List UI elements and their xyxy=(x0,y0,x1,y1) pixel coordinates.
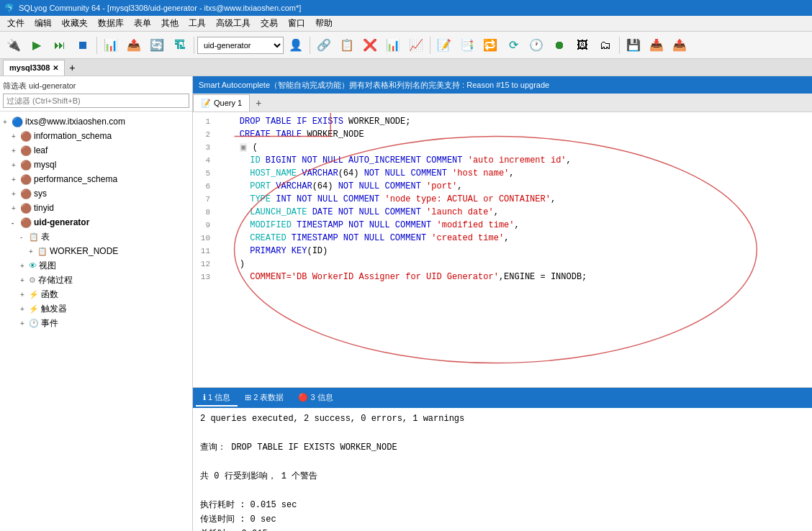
smart-banner-text: Smart Autocomplete（智能自动完成功能）拥有对表格和列别名的完美… xyxy=(199,80,549,91)
code-editor[interactable]: 1 DROP TABLE IF EXISTS WORKER_NODE; 2 CR… xyxy=(193,112,812,387)
tree-label-functions: 函数 xyxy=(41,289,58,301)
query-tab-label: Query 1 xyxy=(214,99,242,107)
refresh-btn[interactable]: 🔄 xyxy=(146,35,168,56)
tree-item-worker-node[interactable]: + 📋 WORKER_NODE xyxy=(0,244,192,258)
data-btn2[interactable]: 📥 xyxy=(646,35,667,56)
tree-item-uid-generator[interactable]: - 🟤 uid-generator xyxy=(0,215,192,230)
table-btn2[interactable]: 📋 xyxy=(336,35,358,56)
schema-btn7[interactable]: 🖼 xyxy=(572,35,593,56)
code-line-1: 1 DROP TABLE IF EXISTS WORKER_NODE; xyxy=(193,115,812,128)
menu-file[interactable]: 文件 xyxy=(3,16,29,31)
tree-item-leaf[interactable]: + 🟤 leaf xyxy=(0,143,192,158)
db-tab-mysql3308[interactable]: mysql3308 ✕ xyxy=(3,60,65,76)
expand-icon-perf: + xyxy=(12,176,20,183)
schema-btn5[interactable]: 🕐 xyxy=(525,35,547,56)
tree-label-root: itxs@www.itxiaoshen.com xyxy=(25,117,125,127)
execute-all-btn[interactable]: ⏭ xyxy=(49,35,71,56)
code-line-3: 3 ▣ ( xyxy=(193,141,812,154)
export-btn[interactable]: 📤 xyxy=(123,35,145,56)
sidebar: 筛选表 uid-generator + 🔵 itxs@www.itxiaoshe… xyxy=(0,76,193,531)
import-btn[interactable]: 📊 xyxy=(100,35,122,56)
sidebar-filter-input[interactable] xyxy=(3,94,189,108)
db-tab-bar: mysql3308 ✕ + xyxy=(0,59,812,76)
menu-table[interactable]: 表单 xyxy=(130,16,155,31)
tree-item-procedures[interactable]: + ⚙ 存储过程 xyxy=(0,273,192,287)
result-summary: 2 queries executed, 2 success, 0 errors,… xyxy=(200,412,805,425)
result-tab-info3[interactable]: 🔴 3 信息 xyxy=(291,390,340,407)
db-icon-info: 🟤 xyxy=(20,131,32,142)
schema-btn3[interactable]: 🔁 xyxy=(479,35,501,56)
query-tab-add[interactable]: + xyxy=(250,96,267,110)
menu-edit[interactable]: 编辑 xyxy=(30,16,56,31)
expand-icon-views: + xyxy=(20,262,29,270)
query-tab-1[interactable]: 📝 Query 1 xyxy=(193,94,250,112)
tree-label-procedures: 存储过程 xyxy=(38,274,73,286)
tree-label-tinyid: tinyid xyxy=(34,203,54,213)
result-tabs: ℹ 1 信息 ⊞ 2 表数据 🔴 3 信息 xyxy=(193,388,812,408)
structure-btn[interactable]: 🏗 xyxy=(169,35,191,56)
tree-item-events[interactable]: + 🕐 事件 xyxy=(0,316,192,330)
menu-tools[interactable]: 工具 xyxy=(184,16,210,31)
expand-icon-leaf: + xyxy=(12,147,20,155)
data-btn3[interactable]: 📤 xyxy=(669,35,690,56)
tree-item-tables[interactable]: - 📋 表 xyxy=(0,230,192,244)
tree-item-triggers[interactable]: + ⚡ 触发器 xyxy=(0,301,192,316)
menu-favorites[interactable]: 收藏夹 xyxy=(58,16,92,31)
result-tab-info1[interactable]: ℹ 1 信息 xyxy=(196,390,238,407)
menu-advanced-tools[interactable]: 高级工具 xyxy=(212,16,255,31)
result-tab-tabledata[interactable]: ⊞ 2 表数据 xyxy=(238,390,291,407)
table-btn1[interactable]: 🔗 xyxy=(313,35,335,56)
tree-item-views[interactable]: + 👁 视图 xyxy=(0,258,192,273)
expand-icon-events: + xyxy=(20,319,29,327)
menu-bar: 文件 编辑 收藏夹 数据库 表单 其他 工具 高级工具 交易 窗口 帮助 xyxy=(0,16,812,32)
db-selector[interactable]: uid-generator xyxy=(197,37,284,54)
tree-item-tinyid[interactable]: + 🟤 tinyid xyxy=(0,201,192,215)
data-btn1[interactable]: 💾 xyxy=(623,35,644,56)
schema-btn2[interactable]: 📑 xyxy=(456,35,478,56)
code-line-11: 11 PRIMARY KEY(ID) xyxy=(193,245,812,258)
table-btn4[interactable]: 📊 xyxy=(382,35,404,56)
tree-item-mysql[interactable]: + 🟤 mysql xyxy=(0,158,192,172)
schema-btn6[interactable]: ⏺ xyxy=(549,35,570,56)
tree-item-root[interactable]: + 🔵 itxs@www.itxiaoshen.com xyxy=(0,114,192,129)
table-icon-worker: 📋 xyxy=(37,247,48,256)
db-icon-root: 🔵 xyxy=(12,117,23,127)
table-btn3[interactable]: ❌ xyxy=(359,35,381,56)
tree-item-functions[interactable]: + ⚡ 函数 xyxy=(0,287,192,301)
db-icon-leaf: 🟤 xyxy=(20,145,32,156)
tree-item-performance[interactable]: + 🟤 performance_schema xyxy=(0,172,192,186)
title-text: SQLyog Community 64 - [mysql3308/uid-gen… xyxy=(19,4,301,12)
menu-database[interactable]: 数据库 xyxy=(94,16,128,31)
table-btn5[interactable]: 📈 xyxy=(405,35,427,56)
code-line-9: 9 MODIFIED TIMESTAMP NOT NULL COMMENT 'm… xyxy=(193,219,812,232)
schema-btn4[interactable]: ⟳ xyxy=(502,35,524,56)
code-line-10: 10 CREATED TIMESTAMP NOT NULL COMMENT 'c… xyxy=(193,232,812,245)
tree-item-sys[interactable]: + 🟤 sys xyxy=(0,186,192,201)
schema-btn8[interactable]: 🗂 xyxy=(595,35,616,56)
stop-btn[interactable]: ⏹ xyxy=(72,35,94,56)
new-connection-btn[interactable]: 🔌 xyxy=(3,35,24,56)
tree-item-information-schema[interactable]: + 🟤 information_schema xyxy=(0,129,192,143)
sidebar-filter-area: 筛选表 uid-generator xyxy=(0,76,192,112)
result-content: 2 queries executed, 2 success, 0 errors,… xyxy=(193,408,812,531)
expand-icon-tinyid: + xyxy=(12,204,20,212)
db-tab-label: mysql3308 xyxy=(9,63,50,72)
db-tab-close[interactable]: ✕ xyxy=(53,64,58,72)
tree-label-sys: sys xyxy=(34,189,47,199)
result-affected: 共 0 行受到影响， 1 个警告 xyxy=(200,470,805,483)
menu-transaction[interactable]: 交易 xyxy=(256,16,282,31)
query-tab-icon: 📝 xyxy=(201,99,211,108)
execute-btn[interactable]: ▶ xyxy=(26,35,48,56)
menu-window[interactable]: 窗口 xyxy=(284,16,310,31)
db-tab-add[interactable]: + xyxy=(65,60,79,75)
table-group-icon: 📋 xyxy=(29,232,39,242)
user-btn[interactable]: 👤 xyxy=(285,35,307,56)
code-line-6: 6 PORT VARCHAR(64) NOT NULL COMMENT 'por… xyxy=(193,180,812,193)
expand-icon-root: + xyxy=(3,118,12,126)
result-time3: 总耗时 : 0.015 sec xyxy=(200,527,805,531)
tree-label-worker: WORKER_NODE xyxy=(50,246,118,256)
menu-help[interactable]: 帮助 xyxy=(311,16,337,31)
menu-other[interactable]: 其他 xyxy=(157,16,183,31)
db-icon-sys: 🟤 xyxy=(20,189,32,199)
schema-btn1[interactable]: 📝 xyxy=(433,35,455,56)
